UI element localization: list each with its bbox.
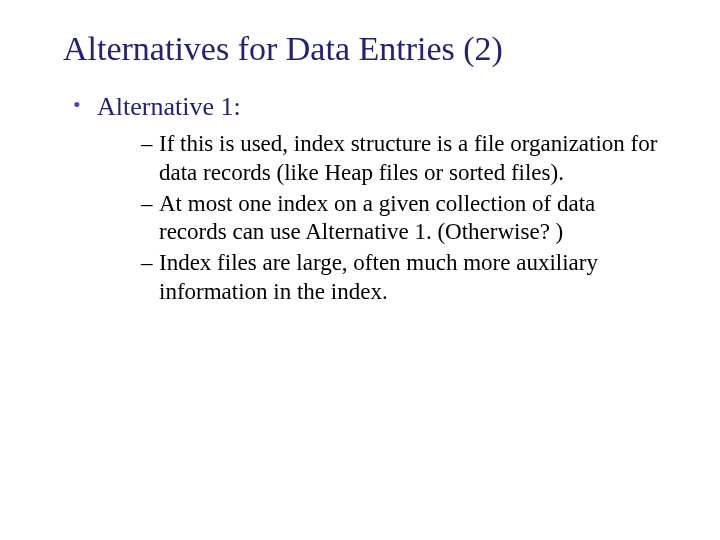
sub-list: If this is used, index structure is a fi… [141, 130, 665, 307]
bullet-label: Alternative 1: [97, 92, 241, 121]
slide-title: Alternatives for Data Entries (2) [63, 30, 665, 68]
sub-item: If this is used, index structure is a fi… [141, 130, 665, 188]
sub-item: Index files are large, often much more a… [141, 249, 665, 307]
bullet-list: Alternative 1: If this is used, index st… [73, 92, 665, 307]
bullet-item: Alternative 1: If this is used, index st… [73, 92, 665, 307]
sub-item: At most one index on a given collection … [141, 190, 665, 248]
